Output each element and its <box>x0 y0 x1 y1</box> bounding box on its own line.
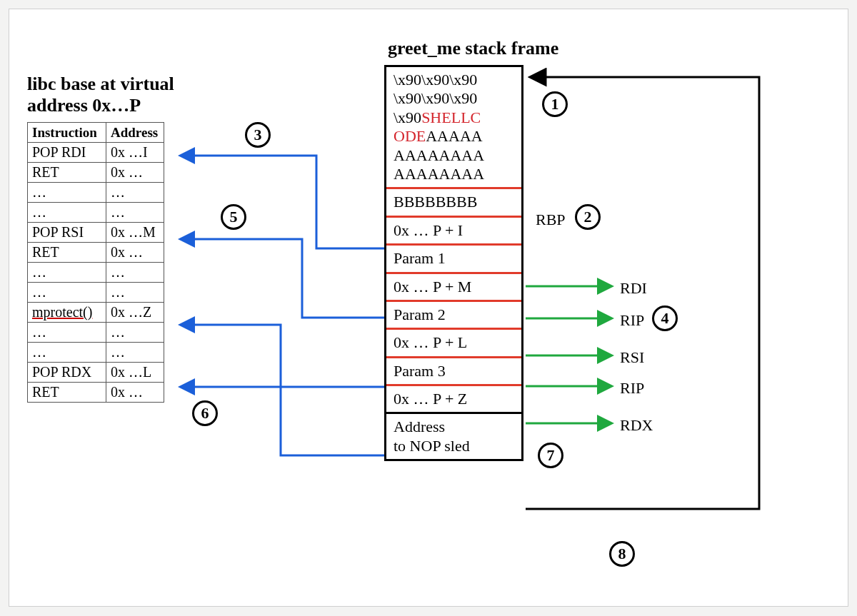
step-badge-8: 8 <box>609 541 635 567</box>
shellcode-part1: SHELLC <box>421 108 481 126</box>
step-badge-4: 4 <box>652 306 678 331</box>
mprotect-label: mprotect() <box>32 304 92 320</box>
instr-cell: POP RDX <box>28 363 106 383</box>
libc-title-line1: libc base at virtual <box>27 74 174 94</box>
libc-title-line2: address 0x…P <box>27 95 141 116</box>
addr-cell: … <box>106 283 164 303</box>
addr-cell: … <box>106 203 164 223</box>
addr-cell: 0x …Z <box>106 303 164 323</box>
instr-cell: POP RSI <box>28 223 106 243</box>
addr-cell: 0x … <box>106 163 164 183</box>
nop-prefix: \x90 <box>394 108 421 126</box>
addr-cell: 0x …I <box>106 143 164 163</box>
table-row: …… <box>28 203 164 223</box>
nop-line: \x90\x90\x90 <box>394 71 477 89</box>
nop-line: \x90\x90\x90 <box>394 89 477 107</box>
stack-buffer: \x90\x90\x90 \x90\x90\x90 \x90SHELLC ODE… <box>386 67 521 187</box>
col-header-address: Address <box>106 123 164 143</box>
table-row: mprotect()0x …Z <box>28 303 164 323</box>
table-row: …… <box>28 283 164 303</box>
step-badge-1: 1 <box>542 91 568 117</box>
addr-cell: … <box>106 323 164 343</box>
nopsled-addr-line1: Address <box>394 418 445 435</box>
table-row: RET0x … <box>28 243 164 263</box>
addr-cell: 0x … <box>106 383 164 403</box>
instr-cell: POP RDI <box>28 143 106 163</box>
addr-cell: 0x …L <box>106 363 164 383</box>
reg-label-rip: RIP <box>620 311 644 330</box>
stack-frame: \x90\x90\x90 \x90\x90\x90 \x90SHELLC ODE… <box>384 65 523 461</box>
stack-mprotect-addr: 0x … P + Z <box>386 384 521 412</box>
stack-frame-title: greet_me stack frame <box>388 38 558 59</box>
step-badge-3: 3 <box>245 122 271 148</box>
step-badge-7: 7 <box>538 443 563 468</box>
libc-gadget-table: Instruction Address POP RDI0x …I RET0x …… <box>27 122 164 403</box>
stack-gadget2-addr: 0x … P + M <box>386 272 521 300</box>
addr-cell: 0x …M <box>106 223 164 243</box>
stack-nopsled-addr: Address to NOP sled <box>386 412 521 459</box>
table-row: …… <box>28 263 164 283</box>
step-badge-5: 5 <box>221 204 246 230</box>
stack-gadget3-addr: 0x … P + L <box>386 328 521 355</box>
padding-a: AAAAA <box>426 127 482 145</box>
diagram-canvas: libc base at virtual address 0x…P Instru… <box>9 9 848 607</box>
table-row: …… <box>28 323 164 343</box>
instr-cell: … <box>28 343 106 363</box>
table-row: POP RDX0x …L <box>28 363 164 383</box>
table-row: …… <box>28 343 164 363</box>
stack-param3: Param 3 <box>386 356 521 384</box>
table-header-row: Instruction Address <box>28 123 164 143</box>
table-row: POP RSI0x …M <box>28 223 164 243</box>
instr-cell: RET <box>28 383 106 403</box>
instr-cell: … <box>28 283 106 303</box>
addr-cell: … <box>106 263 164 283</box>
table-row: …… <box>28 183 164 203</box>
instr-cell: RET <box>28 243 106 263</box>
instr-cell: … <box>28 263 106 283</box>
reg-label-rip: RIP <box>620 379 644 398</box>
stack-rbp: BBBBBBBB <box>386 187 521 215</box>
col-header-instruction: Instruction <box>28 123 106 143</box>
nopsled-addr-line2: to NOP sled <box>394 437 470 455</box>
instr-cell: … <box>28 183 106 203</box>
reg-label-rsi: RSI <box>620 348 644 367</box>
reg-label-rbp: RBP <box>536 211 566 229</box>
instr-cell: mprotect() <box>28 303 106 323</box>
step-badge-2: 2 <box>575 204 601 230</box>
stack-param1: Param 1 <box>386 243 521 271</box>
table-row: RET0x … <box>28 383 164 403</box>
libc-title: libc base at virtual address 0x…P <box>27 74 174 116</box>
addr-cell: 0x … <box>106 243 164 263</box>
instr-cell: RET <box>28 163 106 183</box>
addr-cell: … <box>106 183 164 203</box>
step-badge-6: 6 <box>192 400 218 426</box>
shellcode-part2: ODE <box>394 127 426 145</box>
stack-param2: Param 2 <box>386 300 521 328</box>
table-row: RET0x … <box>28 163 164 183</box>
padding-a: AAAAAAAA <box>394 146 484 164</box>
padding-a: AAAAAAAA <box>394 165 484 183</box>
reg-label-rdx: RDX <box>620 416 653 435</box>
instr-cell: … <box>28 203 106 223</box>
stack-ret-addr: 0x … P + I <box>386 216 521 243</box>
addr-cell: … <box>106 343 164 363</box>
reg-label-rdi: RDI <box>620 279 647 298</box>
table-row: POP RDI0x …I <box>28 143 164 163</box>
instr-cell: … <box>28 323 106 343</box>
